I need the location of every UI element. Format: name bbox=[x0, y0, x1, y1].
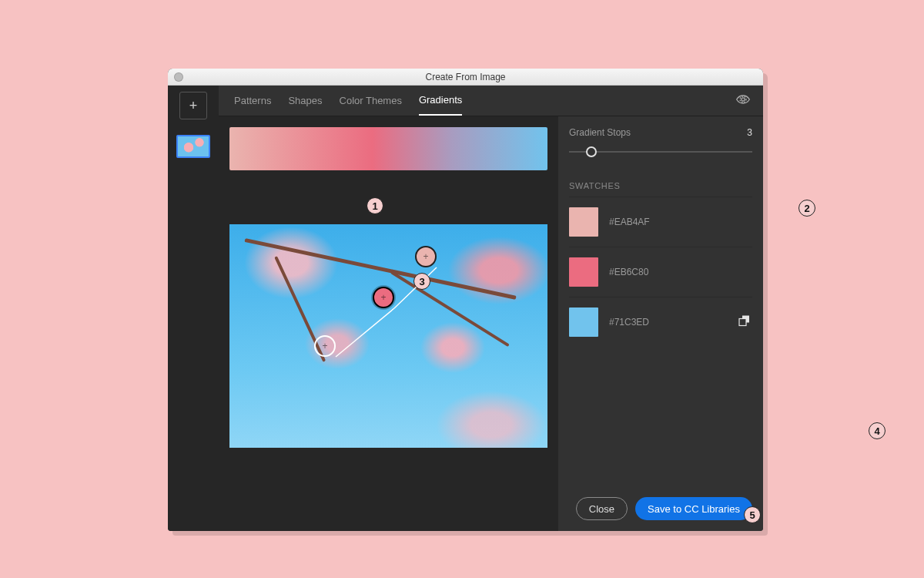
swap-colors-icon[interactable] bbox=[738, 315, 751, 330]
source-image[interactable] bbox=[229, 224, 547, 448]
swatch-hex: #EAB4AF bbox=[609, 217, 650, 227]
annotation-3: 3 bbox=[413, 273, 430, 290]
gradient-stops-slider[interactable] bbox=[569, 144, 752, 160]
swatches-heading: SWATCHES bbox=[569, 181, 752, 190]
tab-shapes[interactable]: Shapes bbox=[288, 86, 322, 115]
dialog-window: Create From Image + Patterns Shapes Colo… bbox=[168, 69, 763, 531]
svg-rect-5 bbox=[739, 319, 746, 326]
swatch-row[interactable]: #71C3ED bbox=[569, 297, 752, 347]
swatch-hex: #71C3ED bbox=[609, 317, 649, 328]
svg-point-0 bbox=[742, 98, 745, 101]
main-area: Patterns Shapes Color Themes Gradients bbox=[219, 86, 763, 531]
add-image-button[interactable]: + bbox=[179, 92, 207, 119]
color-picker-handle[interactable] bbox=[373, 287, 394, 308]
tab-color-themes[interactable]: Color Themes bbox=[340, 86, 402, 115]
swatch-row[interactable]: #EB6C80 bbox=[569, 247, 752, 297]
annotation-4: 4 bbox=[869, 422, 886, 439]
gradient-stops-value: 3 bbox=[747, 127, 752, 138]
swatch-list: #EAB4AF #EB6C80 #71C3ED bbox=[569, 197, 752, 347]
dialog-footer: Close Save to CC Libraries bbox=[569, 488, 752, 531]
window-title: Create From Image bbox=[168, 72, 763, 82]
preview-visibility-icon[interactable] bbox=[735, 92, 751, 110]
titlebar: Create From Image bbox=[168, 69, 763, 86]
gradient-stops-row: Gradient Stops 3 bbox=[569, 127, 752, 138]
content: Gradient Stops 3 SWATCHES #EAB4AF bbox=[219, 116, 763, 531]
save-to-cc-libraries-button[interactable]: Save to CC Libraries bbox=[635, 497, 752, 520]
picker-connector-line bbox=[229, 224, 547, 448]
close-window-icon[interactable] bbox=[174, 72, 183, 82]
close-button[interactable]: Close bbox=[576, 497, 628, 520]
swatch-hex: #EB6C80 bbox=[609, 267, 648, 277]
swatch-color bbox=[569, 207, 598, 237]
tab-patterns[interactable]: Patterns bbox=[234, 86, 271, 115]
window-body: + Patterns Shapes Color Themes Gradients bbox=[168, 86, 763, 531]
source-image-thumbnail[interactable] bbox=[176, 135, 210, 158]
annotation-5: 5 bbox=[744, 506, 761, 523]
gradient-preview[interactable] bbox=[229, 127, 547, 170]
swatch-color bbox=[569, 307, 598, 337]
slider-track bbox=[569, 151, 752, 153]
slider-thumb[interactable] bbox=[586, 146, 597, 157]
tab-gradients[interactable]: Gradients bbox=[419, 86, 462, 116]
svg-line-3 bbox=[336, 308, 394, 357]
properties-pane: Gradient Stops 3 SWATCHES #EAB4AF bbox=[558, 116, 763, 531]
annotation-1: 1 bbox=[367, 197, 383, 214]
plus-icon: + bbox=[189, 98, 198, 114]
mode-tabs: Patterns Shapes Color Themes Gradients bbox=[219, 86, 763, 116]
annotation-2: 2 bbox=[798, 200, 815, 217]
swatch-row[interactable]: #EAB4AF bbox=[569, 197, 752, 247]
color-picker-handle[interactable] bbox=[415, 246, 437, 267]
svg-point-1 bbox=[740, 96, 746, 102]
color-picker-handle[interactable] bbox=[314, 335, 336, 357]
preview-pane bbox=[219, 116, 558, 531]
svg-line-2 bbox=[394, 267, 437, 308]
gradient-stops-label: Gradient Stops bbox=[569, 127, 631, 138]
sidebar: + bbox=[168, 86, 219, 531]
swatch-color bbox=[569, 257, 598, 287]
